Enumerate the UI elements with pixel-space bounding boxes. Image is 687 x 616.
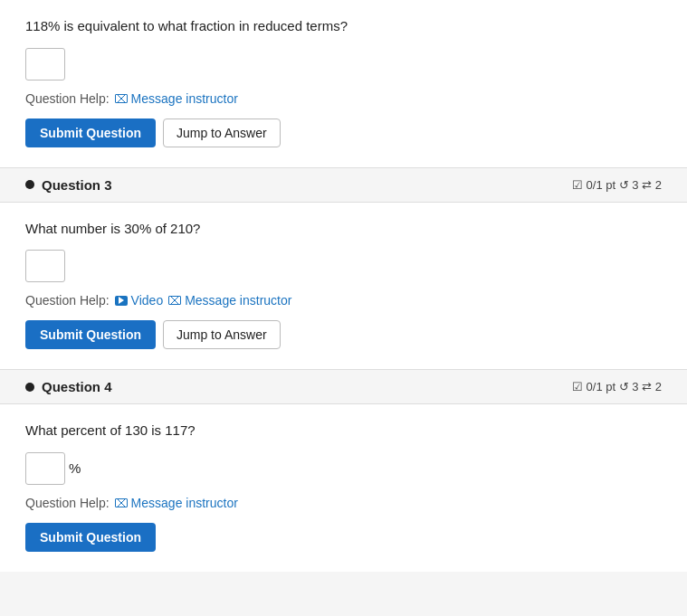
question-3-input[interactable] — [25, 250, 65, 282]
question-3-help: Question Help: Video Message instructor — [25, 293, 662, 308]
question-2-input[interactable] — [25, 48, 65, 81]
question-3-header: Question 3 ☑ 0/1 pt ↺ 3 ⇄ 2 — [0, 167, 687, 203]
question-2-help: Question Help: Message instructor — [25, 91, 662, 106]
jump-button-3[interactable]: Jump to Answer — [163, 320, 281, 349]
envelope-icon-3 — [168, 296, 181, 305]
question-4-input[interactable] — [25, 452, 65, 485]
envelope-icon-4 — [115, 498, 128, 507]
envelope-icon-2 — [115, 94, 128, 103]
message-instructor-link-2[interactable]: Message instructor — [115, 91, 238, 106]
question-4-header: Question 4 ☑ 0/1 pt ↺ 3 ⇄ 2 — [0, 369, 687, 404]
question-4-text: What percent of 130 is 117? — [25, 421, 662, 441]
question-3-meta: ☑ 0/1 pt ↺ 3 ⇄ 2 — [572, 178, 662, 192]
question-3-buttons: Submit Question Jump to Answer — [25, 320, 662, 349]
question-4-block: What percent of 130 is 117? % Question H… — [0, 404, 687, 572]
question-4-help: Question Help: Message instructor — [25, 496, 662, 510]
bullet-icon-3 — [25, 180, 34, 189]
bullet-icon-4 — [25, 383, 34, 392]
question-2-buttons: Submit Question Jump to Answer — [25, 118, 662, 147]
page-wrapper: 118% is equivalent to what fraction in r… — [0, 0, 687, 616]
submit-button-2[interactable]: Submit Question — [25, 118, 156, 147]
question-4-meta: ☑ 0/1 pt ↺ 3 ⇄ 2 — [572, 380, 662, 393]
question-2-text: 118% is equivalent to what fraction in r… — [25, 16, 662, 37]
question-3-block: What number is 30% of 210? Question Help… — [0, 203, 687, 370]
submit-button-4[interactable]: Submit Question — [25, 523, 156, 552]
help-label-4: Question Help: — [25, 496, 110, 510]
submit-button-3[interactable]: Submit Question — [25, 320, 156, 349]
percent-sign: % — [69, 460, 81, 476]
question-2-block: 118% is equivalent to what fraction in r… — [0, 0, 687, 167]
question-4-buttons: Submit Question — [25, 523, 662, 552]
help-label-3: Question Help: — [25, 293, 110, 308]
message-instructor-link-3[interactable]: Message instructor — [168, 293, 291, 308]
help-label-2: Question Help: — [25, 91, 110, 106]
question-3-label: Question 3 — [25, 177, 112, 193]
question-4-label: Question 4 — [25, 379, 112, 394]
question-3-text: What number is 30% of 210? — [25, 219, 662, 240]
message-instructor-link-4[interactable]: Message instructor — [115, 496, 238, 510]
percent-input-wrapper: % — [25, 452, 662, 485]
jump-button-2[interactable]: Jump to Answer — [163, 118, 281, 147]
video-link-3[interactable]: Video — [115, 293, 164, 308]
video-icon-3 — [115, 296, 128, 306]
